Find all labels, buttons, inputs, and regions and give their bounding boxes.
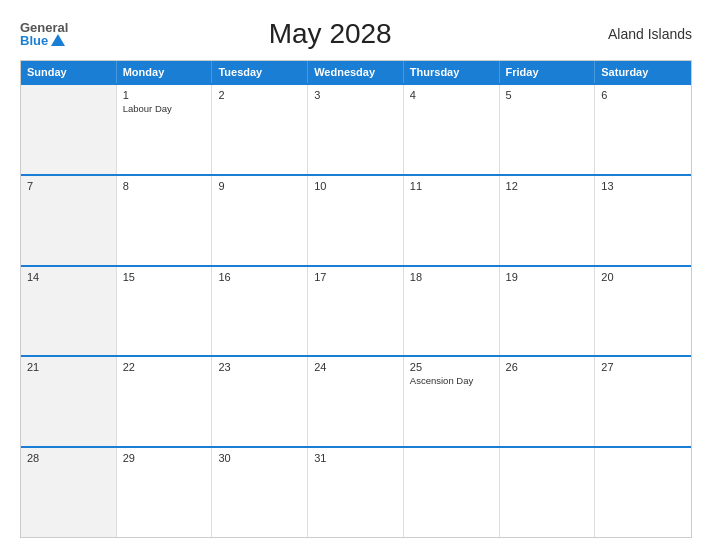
day-number: 8 [123,180,206,192]
calendar-week: 14151617181920 [21,265,691,356]
day-number: 10 [314,180,397,192]
region-label: Aland Islands [592,26,692,42]
calendar-cell: 13 [595,176,691,265]
day-number: 1 [123,89,206,101]
calendar-header-cell: Saturday [595,61,691,83]
calendar-cell: 6 [595,85,691,174]
day-number: 5 [506,89,589,101]
calendar-cell [500,448,596,537]
day-number: 23 [218,361,301,373]
calendar-header-cell: Thursday [404,61,500,83]
day-number: 13 [601,180,685,192]
calendar-cell: 8 [117,176,213,265]
day-number: 30 [218,452,301,464]
calendar-cell: 23 [212,357,308,446]
day-number: 11 [410,180,493,192]
logo-blue-row: Blue [20,34,65,47]
calendar-cell: 21 [21,357,117,446]
calendar-week: 28293031 [21,446,691,537]
day-number: 19 [506,271,589,283]
header: General Blue May 2028 Aland Islands [20,18,692,50]
calendar-cell: 24 [308,357,404,446]
calendar-week: 1Labour Day23456 [21,83,691,174]
calendar-cell: 3 [308,85,404,174]
calendar-cell: 25Ascension Day [404,357,500,446]
calendar-cell [21,85,117,174]
calendar-cell: 14 [21,267,117,356]
day-number: 2 [218,89,301,101]
page: General Blue May 2028 Aland Islands Sund… [0,0,712,550]
event-label: Labour Day [123,103,206,114]
day-number: 9 [218,180,301,192]
calendar-cell: 29 [117,448,213,537]
calendar-week: 78910111213 [21,174,691,265]
day-number: 20 [601,271,685,283]
day-number: 18 [410,271,493,283]
calendar-cell: 7 [21,176,117,265]
calendar-header-cell: Wednesday [308,61,404,83]
day-number: 15 [123,271,206,283]
day-number: 28 [27,452,110,464]
calendar-header-row: SundayMondayTuesdayWednesdayThursdayFrid… [21,61,691,83]
calendar-cell: 15 [117,267,213,356]
logo-blue-text: Blue [20,34,48,47]
day-number: 14 [27,271,110,283]
calendar-cell: 5 [500,85,596,174]
calendar-cell [595,448,691,537]
calendar-cell: 1Labour Day [117,85,213,174]
day-number: 3 [314,89,397,101]
calendar-cell: 30 [212,448,308,537]
calendar-cell: 11 [404,176,500,265]
calendar-cell: 20 [595,267,691,356]
calendar-cell: 18 [404,267,500,356]
day-number: 7 [27,180,110,192]
calendar-cell: 12 [500,176,596,265]
calendar-cell: 2 [212,85,308,174]
calendar: SundayMondayTuesdayWednesdayThursdayFrid… [20,60,692,538]
day-number: 22 [123,361,206,373]
day-number: 21 [27,361,110,373]
day-number: 24 [314,361,397,373]
calendar-cell [404,448,500,537]
calendar-header-cell: Sunday [21,61,117,83]
logo-triangle-icon [51,34,65,46]
day-number: 29 [123,452,206,464]
day-number: 17 [314,271,397,283]
calendar-cell: 22 [117,357,213,446]
calendar-cell: 16 [212,267,308,356]
calendar-week: 2122232425Ascension Day2627 [21,355,691,446]
calendar-cell: 9 [212,176,308,265]
day-number: 27 [601,361,685,373]
calendar-cell: 17 [308,267,404,356]
calendar-cell: 4 [404,85,500,174]
calendar-cell: 19 [500,267,596,356]
day-number: 16 [218,271,301,283]
logo: General Blue [20,21,68,47]
calendar-cell: 27 [595,357,691,446]
calendar-body: 1Labour Day23456789101112131415161718192… [21,83,691,537]
day-number: 6 [601,89,685,101]
calendar-cell: 26 [500,357,596,446]
day-number: 31 [314,452,397,464]
calendar-header-cell: Monday [117,61,213,83]
day-number: 25 [410,361,493,373]
event-label: Ascension Day [410,375,493,386]
calendar-cell: 10 [308,176,404,265]
calendar-title: May 2028 [68,18,592,50]
day-number: 4 [410,89,493,101]
calendar-header-cell: Tuesday [212,61,308,83]
calendar-cell: 28 [21,448,117,537]
day-number: 26 [506,361,589,373]
calendar-header-cell: Friday [500,61,596,83]
day-number: 12 [506,180,589,192]
calendar-cell: 31 [308,448,404,537]
